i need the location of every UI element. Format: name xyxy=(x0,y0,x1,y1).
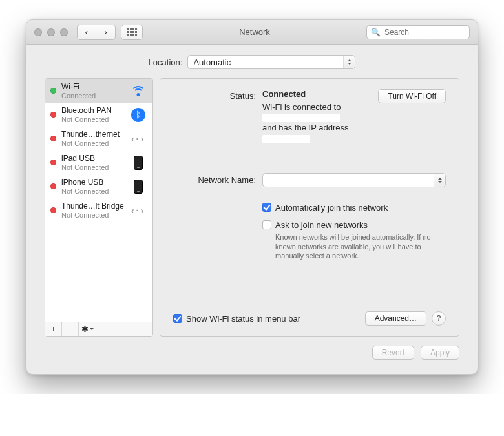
service-item[interactable]: iPad USBNot Connected xyxy=(45,151,152,174)
service-type-icon xyxy=(129,179,147,194)
back-button[interactable]: ‹ xyxy=(77,25,96,40)
network-name-row: Network Name: xyxy=(173,173,446,187)
network-name-label: Network Name: xyxy=(173,173,256,185)
close-dot[interactable] xyxy=(34,28,42,36)
show-all-button[interactable] xyxy=(121,25,143,40)
apply-button[interactable]: Apply xyxy=(421,346,459,360)
show-status-checkbox[interactable] xyxy=(173,314,182,323)
prefs-window: ‹ › Network 🔍 Location: Automatic Wi-FiC… xyxy=(26,19,478,375)
status-label: Status: xyxy=(173,89,256,101)
service-text: Bluetooth PANNot Connected xyxy=(61,106,124,123)
gear-icon: ✱ xyxy=(81,324,94,334)
status-value: Connected xyxy=(262,89,306,99)
pane-footer: Show Wi-Fi status in menu bar Advanced… … xyxy=(173,311,446,326)
ask-join-row: Ask to join new networks xyxy=(262,220,446,230)
service-item[interactable]: Thunde…lt BridgeNot Connected xyxy=(45,198,152,222)
service-text: Thunde…lt BridgeNot Connected xyxy=(61,202,124,219)
status-dot-icon xyxy=(50,183,56,189)
status-dot-icon xyxy=(50,207,56,213)
remove-service-button[interactable]: − xyxy=(62,322,79,336)
service-type-icon xyxy=(129,155,147,171)
service-item[interactable]: Wi-FiConnected xyxy=(45,79,152,103)
service-status: Not Connected xyxy=(61,187,124,195)
zoom-dot[interactable] xyxy=(60,28,68,36)
thunderbolt-icon xyxy=(130,205,147,216)
service-name: iPad USB xyxy=(61,154,124,163)
status-info: Wi-Fi is connected to and has the IP add… xyxy=(262,101,372,143)
network-name-value-wrap xyxy=(262,173,446,187)
window-body: Location: Automatic Wi-FiConnectedBlueto… xyxy=(26,45,478,374)
service-name: Thunde…thernet xyxy=(61,130,124,139)
location-label: Location: xyxy=(149,57,183,67)
service-item[interactable]: Thunde…thernetNot Connected xyxy=(45,127,152,151)
service-type-icon xyxy=(129,83,147,99)
phone-icon xyxy=(134,180,143,194)
redacted-ip xyxy=(262,135,310,143)
status-dot-icon xyxy=(50,112,56,118)
service-item[interactable]: iPhone USBNot Connected xyxy=(45,174,152,198)
service-name: iPhone USB xyxy=(61,178,124,187)
service-text: iPad USBNot Connected xyxy=(61,154,124,171)
location-value: Automatic xyxy=(193,57,231,67)
window-controls xyxy=(34,28,68,36)
service-name: Bluetooth PAN xyxy=(61,106,124,115)
service-list-footer: + − ✱ xyxy=(45,322,152,336)
location-row: Location: Automatic xyxy=(45,55,459,69)
ask-join-checkbox[interactable] xyxy=(262,220,271,229)
window-title: Network xyxy=(143,27,366,37)
revert-button[interactable]: Revert xyxy=(372,346,414,360)
forward-button[interactable]: › xyxy=(96,25,116,40)
service-status: Not Connected xyxy=(61,140,124,147)
service-text: Thunde…thernetNot Connected xyxy=(61,130,124,147)
popup-indicator-icon xyxy=(343,56,355,68)
wifi-toggle-wrap: Turn Wi-Fi Off xyxy=(378,89,446,103)
phone-icon xyxy=(134,156,143,170)
status-value-block: Connected Wi-Fi is connected to and has … xyxy=(262,89,372,143)
service-actions-button[interactable]: ✱ xyxy=(79,322,96,336)
network-name-popup[interactable] xyxy=(262,173,446,187)
window-footer: Revert Apply xyxy=(45,346,459,360)
status-dot-icon xyxy=(50,88,56,94)
search-field[interactable]: 🔍 xyxy=(366,25,470,39)
status-row: Status: Connected Wi-Fi is connected to … xyxy=(173,89,446,143)
service-name: Thunde…lt Bridge xyxy=(61,202,124,211)
service-name: Wi-Fi xyxy=(61,82,124,91)
service-list[interactable]: Wi-FiConnectedBluetooth PANNot Connected… xyxy=(45,79,152,322)
service-type-icon xyxy=(129,131,147,147)
status-dot-icon xyxy=(50,160,56,165)
search-input[interactable] xyxy=(383,27,478,37)
grid-icon xyxy=(127,28,137,36)
service-item[interactable]: Bluetooth PANNot Connectedᛒ xyxy=(45,103,152,127)
service-type-icon xyxy=(129,203,147,218)
search-icon: 🔍 xyxy=(371,28,381,37)
service-status: Connected xyxy=(61,92,124,99)
help-button[interactable]: ? xyxy=(432,311,446,326)
chevron-right-icon: › xyxy=(104,27,107,37)
detail-pane: Status: Connected Wi-Fi is connected to … xyxy=(160,78,459,337)
service-text: iPhone USBNot Connected xyxy=(61,178,124,195)
wifi-toggle-button[interactable]: Turn Wi-Fi Off xyxy=(378,89,446,103)
bluetooth-icon: ᛒ xyxy=(131,108,145,122)
location-popup[interactable]: Automatic xyxy=(187,55,355,69)
status-dot-icon xyxy=(50,136,56,141)
ask-join-label: Ask to join new networks xyxy=(275,220,368,230)
wifi-icon xyxy=(131,86,145,96)
nav-buttons: ‹ › xyxy=(77,25,116,40)
service-sidebar: Wi-FiConnectedBluetooth PANNot Connected… xyxy=(45,78,153,337)
add-service-button[interactable]: + xyxy=(45,322,62,336)
service-status: Not Connected xyxy=(61,211,124,219)
auto-join-row: Automatically join this network xyxy=(262,203,446,213)
show-status-label: Show Wi-Fi status in menu bar xyxy=(186,314,300,324)
service-text: Wi-FiConnected xyxy=(61,82,124,99)
titlebar: ‹ › Network 🔍 xyxy=(26,20,478,45)
thunderbolt-icon xyxy=(130,133,147,145)
ask-join-hint: Known networks will be joined automatica… xyxy=(275,233,446,262)
auto-join-label: Automatically join this network xyxy=(275,203,388,213)
advanced-button[interactable]: Advanced… xyxy=(365,311,426,326)
chevron-left-icon: ‹ xyxy=(85,27,88,37)
minimize-dot[interactable] xyxy=(47,28,55,36)
popup-indicator-icon xyxy=(434,174,445,187)
show-status-row: Show Wi-Fi status in menu bar xyxy=(173,314,300,324)
auto-join-checkbox[interactable] xyxy=(262,203,271,212)
redacted-ssid xyxy=(262,114,340,122)
